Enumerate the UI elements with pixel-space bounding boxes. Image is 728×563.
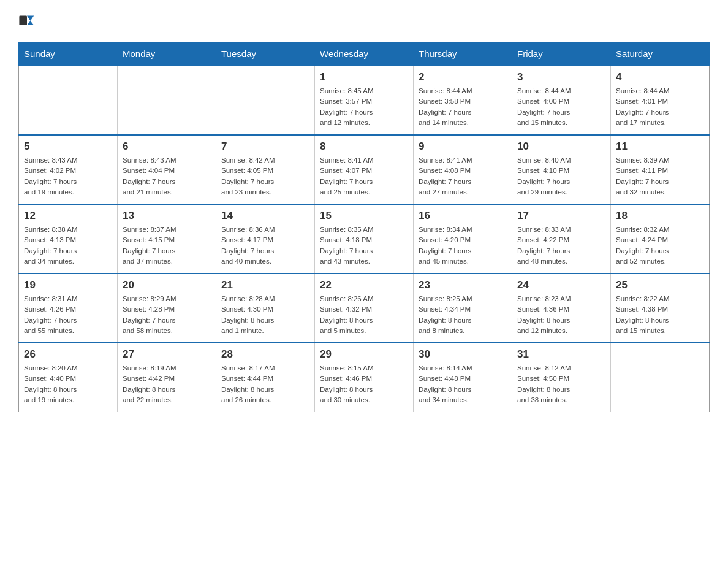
day-info: Sunrise: 8:43 AM Sunset: 4:02 PM Dayligh… <box>24 155 112 197</box>
day-number: 11 <box>616 140 704 153</box>
day-number: 17 <box>517 210 605 222</box>
week-row-2: 5Sunrise: 8:43 AM Sunset: 4:02 PM Daylig… <box>19 135 710 204</box>
day-number: 10 <box>517 140 605 153</box>
day-number: 19 <box>24 279 112 291</box>
day-info: Sunrise: 8:19 AM Sunset: 4:42 PM Dayligh… <box>123 363 211 405</box>
weekday-header-thursday: Thursday <box>414 42 512 66</box>
day-number: 5 <box>24 140 112 153</box>
day-info: Sunrise: 8:14 AM Sunset: 4:48 PM Dayligh… <box>419 363 507 405</box>
calendar-cell <box>216 66 315 135</box>
week-row-4: 19Sunrise: 8:31 AM Sunset: 4:26 PM Dayli… <box>19 274 710 343</box>
day-info: Sunrise: 8:41 AM Sunset: 4:07 PM Dayligh… <box>320 155 408 197</box>
day-number: 24 <box>517 279 605 291</box>
day-number: 27 <box>123 348 211 361</box>
calendar-cell <box>19 66 118 135</box>
day-info: Sunrise: 8:29 AM Sunset: 4:28 PM Dayligh… <box>123 294 211 336</box>
day-number: 15 <box>320 210 408 222</box>
day-info: Sunrise: 8:34 AM Sunset: 4:20 PM Dayligh… <box>419 224 507 267</box>
day-number: 28 <box>221 348 309 361</box>
day-info: Sunrise: 8:20 AM Sunset: 4:40 PM Dayligh… <box>24 363 112 405</box>
day-number: 23 <box>419 279 507 291</box>
day-number: 21 <box>221 279 309 291</box>
weekday-header-sunday: Sunday <box>19 42 118 66</box>
day-number: 6 <box>123 140 211 153</box>
day-info: Sunrise: 8:35 AM Sunset: 4:18 PM Dayligh… <box>320 224 408 267</box>
day-info: Sunrise: 8:45 AM Sunset: 3:57 PM Dayligh… <box>320 86 408 128</box>
day-number: 4 <box>616 71 704 83</box>
day-info: Sunrise: 8:40 AM Sunset: 4:10 PM Dayligh… <box>517 155 605 197</box>
calendar-cell: 18Sunrise: 8:32 AM Sunset: 4:24 PM Dayli… <box>611 204 710 274</box>
calendar-cell: 30Sunrise: 8:14 AM Sunset: 4:48 PM Dayli… <box>414 343 512 412</box>
day-info: Sunrise: 8:28 AM Sunset: 4:30 PM Dayligh… <box>221 294 309 336</box>
day-info: Sunrise: 8:17 AM Sunset: 4:44 PM Dayligh… <box>221 363 309 405</box>
day-number: 3 <box>517 71 605 83</box>
logo-icon <box>18 12 36 29</box>
day-info: Sunrise: 8:31 AM Sunset: 4:26 PM Dayligh… <box>24 294 112 336</box>
calendar-cell: 19Sunrise: 8:31 AM Sunset: 4:26 PM Dayli… <box>19 274 118 343</box>
logo <box>18 12 39 29</box>
day-number: 18 <box>616 210 704 222</box>
calendar-cell: 25Sunrise: 8:22 AM Sunset: 4:38 PM Dayli… <box>611 274 710 343</box>
calendar-cell: 8Sunrise: 8:41 AM Sunset: 4:07 PM Daylig… <box>315 135 414 204</box>
calendar-cell: 11Sunrise: 8:39 AM Sunset: 4:11 PM Dayli… <box>611 135 710 204</box>
calendar-cell: 12Sunrise: 8:38 AM Sunset: 4:13 PM Dayli… <box>19 204 118 274</box>
calendar-cell: 29Sunrise: 8:15 AM Sunset: 4:46 PM Dayli… <box>315 343 414 412</box>
calendar-cell: 31Sunrise: 8:12 AM Sunset: 4:50 PM Dayli… <box>512 343 611 412</box>
calendar-cell: 27Sunrise: 8:19 AM Sunset: 4:42 PM Dayli… <box>118 343 216 412</box>
calendar-cell: 13Sunrise: 8:37 AM Sunset: 4:15 PM Dayli… <box>118 204 216 274</box>
week-row-5: 26Sunrise: 8:20 AM Sunset: 4:40 PM Dayli… <box>19 343 710 412</box>
day-info: Sunrise: 8:37 AM Sunset: 4:15 PM Dayligh… <box>123 224 211 267</box>
calendar-cell: 5Sunrise: 8:43 AM Sunset: 4:02 PM Daylig… <box>19 135 118 204</box>
calendar-cell: 9Sunrise: 8:41 AM Sunset: 4:08 PM Daylig… <box>414 135 512 204</box>
day-number: 14 <box>221 210 309 222</box>
svg-rect-0 <box>19 16 27 25</box>
calendar-cell: 23Sunrise: 8:25 AM Sunset: 4:34 PM Dayli… <box>414 274 512 343</box>
page-header <box>18 12 710 29</box>
day-info: Sunrise: 8:12 AM Sunset: 4:50 PM Dayligh… <box>517 363 605 405</box>
day-number: 1 <box>320 71 408 83</box>
day-number: 31 <box>517 348 605 361</box>
day-info: Sunrise: 8:25 AM Sunset: 4:34 PM Dayligh… <box>419 294 507 336</box>
day-info: Sunrise: 8:33 AM Sunset: 4:22 PM Dayligh… <box>517 224 605 267</box>
weekday-header-monday: Monday <box>118 42 216 66</box>
calendar-cell: 6Sunrise: 8:43 AM Sunset: 4:04 PM Daylig… <box>118 135 216 204</box>
day-info: Sunrise: 8:39 AM Sunset: 4:11 PM Dayligh… <box>616 155 704 197</box>
weekday-header-wednesday: Wednesday <box>315 42 414 66</box>
calendar-cell: 22Sunrise: 8:26 AM Sunset: 4:32 PM Dayli… <box>315 274 414 343</box>
day-info: Sunrise: 8:15 AM Sunset: 4:46 PM Dayligh… <box>320 363 408 405</box>
day-number: 29 <box>320 348 408 361</box>
weekday-header-saturday: Saturday <box>611 42 710 66</box>
day-number: 13 <box>123 210 211 222</box>
day-number: 22 <box>320 279 408 291</box>
calendar-cell: 24Sunrise: 8:23 AM Sunset: 4:36 PM Dayli… <box>512 274 611 343</box>
day-number: 16 <box>419 210 507 222</box>
day-number: 12 <box>24 210 112 222</box>
calendar-cell: 2Sunrise: 8:44 AM Sunset: 3:58 PM Daylig… <box>414 66 512 135</box>
day-info: Sunrise: 8:22 AM Sunset: 4:38 PM Dayligh… <box>616 294 704 336</box>
calendar-cell <box>611 343 710 412</box>
calendar-cell: 1Sunrise: 8:45 AM Sunset: 3:57 PM Daylig… <box>315 66 414 135</box>
day-number: 8 <box>320 140 408 153</box>
svg-marker-2 <box>27 21 34 25</box>
day-number: 26 <box>24 348 112 361</box>
calendar-cell: 7Sunrise: 8:42 AM Sunset: 4:05 PM Daylig… <box>216 135 315 204</box>
day-info: Sunrise: 8:23 AM Sunset: 4:36 PM Dayligh… <box>517 294 605 336</box>
day-info: Sunrise: 8:26 AM Sunset: 4:32 PM Dayligh… <box>320 294 408 336</box>
svg-marker-1 <box>27 16 34 21</box>
day-info: Sunrise: 8:44 AM Sunset: 3:58 PM Dayligh… <box>419 86 507 128</box>
day-number: 9 <box>419 140 507 153</box>
day-number: 30 <box>419 348 507 361</box>
weekday-header-tuesday: Tuesday <box>216 42 315 66</box>
calendar-cell: 20Sunrise: 8:29 AM Sunset: 4:28 PM Dayli… <box>118 274 216 343</box>
week-row-1: 1Sunrise: 8:45 AM Sunset: 3:57 PM Daylig… <box>19 66 710 135</box>
calendar-cell: 10Sunrise: 8:40 AM Sunset: 4:10 PM Dayli… <box>512 135 611 204</box>
calendar-cell: 26Sunrise: 8:20 AM Sunset: 4:40 PM Dayli… <box>19 343 118 412</box>
day-info: Sunrise: 8:41 AM Sunset: 4:08 PM Dayligh… <box>419 155 507 197</box>
day-number: 2 <box>419 71 507 83</box>
day-info: Sunrise: 8:36 AM Sunset: 4:17 PM Dayligh… <box>221 224 309 267</box>
calendar-cell: 28Sunrise: 8:17 AM Sunset: 4:44 PM Dayli… <box>216 343 315 412</box>
week-row-3: 12Sunrise: 8:38 AM Sunset: 4:13 PM Dayli… <box>19 204 710 274</box>
calendar-cell: 16Sunrise: 8:34 AM Sunset: 4:20 PM Dayli… <box>414 204 512 274</box>
day-info: Sunrise: 8:32 AM Sunset: 4:24 PM Dayligh… <box>616 224 704 267</box>
day-number: 7 <box>221 140 309 153</box>
